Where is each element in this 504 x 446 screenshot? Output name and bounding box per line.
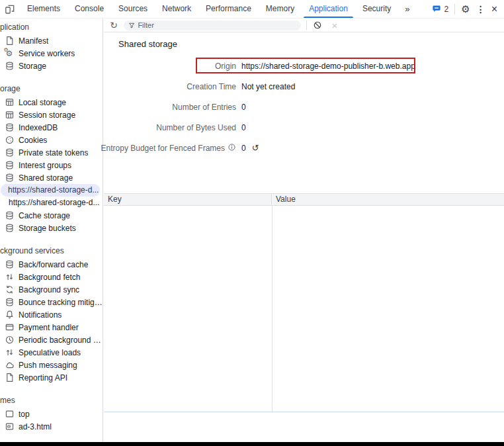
sidebar-item-push-messaging[interactable]: Push messaging	[0, 359, 103, 371]
field-value-text: https://shared-storage-demo-publisher-b.…	[241, 62, 415, 71]
clear-icon[interactable]: ×	[329, 19, 341, 31]
iframe-icon	[4, 422, 15, 432]
field-value: 0	[241, 103, 246, 112]
sidebar-item-origin[interactable]: https://shared-storage-d...	[1, 197, 100, 209]
sidebar-item-storage-buckets[interactable]: Storage buckets	[0, 222, 103, 234]
sidebar-item-label: Push messaging	[19, 361, 77, 370]
sidebar-item-periodic-background-s[interactable]: Periodic background s...	[0, 334, 103, 346]
sidebar-item-label: top	[19, 410, 30, 419]
sidebar-item-notifications[interactable]: Notifications	[0, 308, 103, 321]
field-label-text: Number of Bytes Used	[156, 123, 236, 132]
sidebar-item-label: Cache storage	[19, 211, 70, 220]
sidebar-item-bounce-tracking-mitiga[interactable]: Bounce tracking mitiga...	[0, 296, 103, 308]
device-toolbar-icon	[5, 4, 15, 15]
database-icon	[4, 210, 15, 221]
sidebar-item-manifest[interactable]: Manifest	[0, 34, 103, 47]
sidebar-item-label: ad-3.html	[19, 422, 52, 431]
tab-sources[interactable]: Sources	[111, 0, 155, 18]
tab-console[interactable]: Console	[67, 0, 111, 18]
sidebar-item-background-fetch[interactable]: Background fetch	[0, 271, 103, 283]
sidebar-item-private-state-tokens[interactable]: Private state tokens	[0, 146, 103, 159]
kebab-menu-icon[interactable]: ⋮	[476, 5, 485, 14]
field-label: Number of Entries	[104, 103, 236, 112]
datagrid-body[interactable]	[104, 206, 504, 412]
sidebar-section-header: mes	[0, 393, 103, 408]
more-tabs-button[interactable]: »	[398, 0, 417, 18]
sidebar-item-label: IndexedDB	[19, 123, 58, 132]
cookie-icon	[4, 135, 15, 146]
sidebar-item-top[interactable]: top	[0, 408, 103, 420]
tab-application[interactable]: Application	[302, 0, 355, 18]
column-header-key[interactable]: Key	[104, 194, 272, 205]
field-value-text: Not yet created	[241, 82, 295, 91]
settings-gear-icon[interactable]: ⚙	[461, 4, 470, 14]
close-icon[interactable]: ×	[491, 4, 497, 15]
info-icon[interactable]	[228, 143, 236, 154]
tab-security[interactable]: Security	[355, 0, 398, 18]
tab-elements[interactable]: Elements	[20, 0, 67, 18]
issues-counter[interactable]: 2	[431, 4, 449, 14]
sidebar-item-cookies[interactable]: Cookies	[0, 134, 103, 146]
filter-input[interactable]	[138, 21, 296, 29]
tab-network[interactable]: Network	[155, 0, 198, 18]
devtools-tabbar: ElementsConsoleSourcesNetworkPerformance…	[0, 0, 504, 19]
database-icon	[4, 148, 15, 158]
block-clear-all-icon[interactable]	[312, 19, 323, 31]
sidebar-item-service-workers[interactable]: ⚙⚙Service workers	[0, 47, 103, 60]
metadata-row: Originhttps://shared-storage-demo-publis…	[104, 56, 504, 76]
field-label-text: Entropy Budget for Fenced Frames	[101, 144, 225, 153]
panel-toolbar: ↻ ×	[104, 19, 504, 32]
field-value: Not yet created	[241, 82, 295, 91]
sidebar-item-label: Background sync	[19, 285, 79, 294]
sidebar-item-label: Background fetch	[19, 273, 80, 282]
sidebar-item-label: Storage	[19, 62, 46, 71]
reset-budget-icon[interactable]: ↺	[252, 143, 259, 153]
application-sidebar: plicationManifest⚙⚙Service workersStorag…	[0, 19, 103, 442]
frame-icon	[4, 409, 15, 420]
panel-title: Shared storage	[118, 39, 177, 49]
sidebar-item-label: Bounce tracking mitiga...	[19, 298, 103, 307]
metadata-row: Entropy Budget for Fenced Frames0↺	[104, 138, 504, 158]
sidebar-item-payment-handler[interactable]: Payment handler	[0, 321, 103, 334]
sidebar-item-label: Payment handler	[19, 323, 79, 332]
toggle-device-toolbar-button[interactable]	[0, 0, 20, 18]
filter-box[interactable]	[124, 21, 301, 30]
column-header-value[interactable]: Value	[272, 194, 296, 205]
database-icon	[4, 259, 15, 270]
field-value-text: 0	[241, 123, 246, 132]
sidebar-item-speculative-loads[interactable]: Speculative loads	[0, 346, 103, 359]
metadata-row: Number of Entries0	[104, 97, 504, 117]
sidebar-item-local-storage[interactable]: Local storage	[0, 96, 103, 109]
sidebar-item-label: Service workers	[19, 49, 75, 58]
field-label-text: Number of Entries	[172, 103, 236, 112]
field-label: Creation Time	[104, 82, 236, 91]
sidebar-item-interest-groups[interactable]: Interest groups	[0, 159, 103, 171]
sync-icon	[4, 285, 15, 295]
sidebar-item-label: Back/forward cache	[19, 260, 88, 269]
refresh-icon[interactable]: ↻	[108, 19, 120, 31]
tab-memory[interactable]: Memory	[259, 0, 302, 18]
sidebar-item-origin[interactable]: https://shared-storage-d...	[1, 184, 100, 197]
sidebar-item-label: Periodic background s...	[19, 335, 103, 345]
sidebar-item-background-sync[interactable]: Background sync	[0, 283, 103, 296]
sidebar-item-storage[interactable]: Storage	[0, 60, 103, 72]
sidebar-item-reporting-api[interactable]: Reporting API	[0, 371, 103, 384]
document-icon	[4, 373, 15, 383]
sidebar-item-session-storage[interactable]: Session storage	[0, 109, 103, 121]
clock-icon	[4, 335, 15, 345]
sidebar-item-label: Notifications	[19, 310, 62, 320]
field-label: Origin	[104, 62, 236, 71]
sidebar-item-cache-storage[interactable]: Cache storage	[0, 209, 103, 222]
field-value-text: 0	[241, 144, 246, 153]
arrows-up-down-icon	[4, 272, 15, 283]
issues-count: 2	[444, 5, 449, 14]
field-label: Number of Bytes Used	[104, 123, 236, 132]
tab-performance[interactable]: Performance	[198, 0, 259, 18]
sidebar-item-label: Reporting API	[19, 373, 67, 382]
sidebar-item-back-forward-cache[interactable]: Back/forward cache	[0, 258, 103, 271]
database-icon	[4, 223, 15, 234]
sidebar-item-shared-storage[interactable]: Shared storage	[0, 171, 103, 184]
sidebar-item-indexeddb[interactable]: IndexedDB	[0, 121, 103, 134]
sidebar-item-ad-3-html[interactable]: ad-3.html	[0, 420, 103, 433]
issues-bubble-icon	[431, 4, 442, 14]
